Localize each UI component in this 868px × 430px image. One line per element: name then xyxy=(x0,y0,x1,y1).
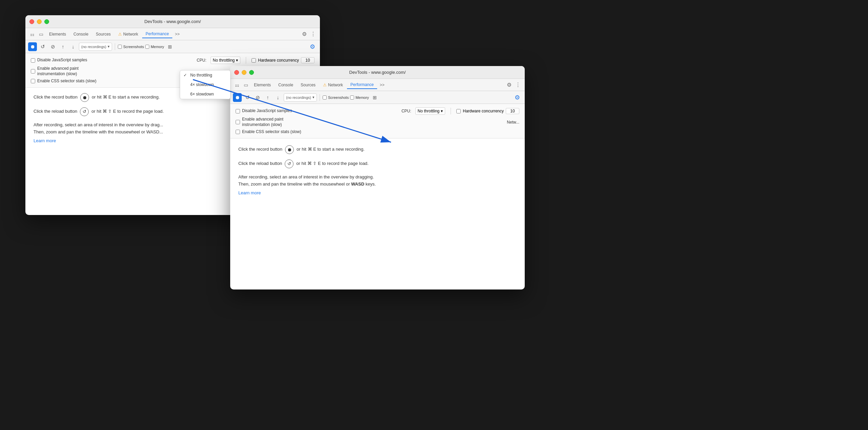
memory-label-back: Memory xyxy=(151,45,164,49)
tab-network-back[interactable]: ⚠ Network xyxy=(115,30,142,38)
cpu-dropdown-trigger-front[interactable]: No throttling ▾ xyxy=(415,107,446,115)
cpu-label-front: CPU: xyxy=(402,109,411,113)
clear-button-front[interactable]: ⊘ xyxy=(253,93,262,102)
reload-inline-btn-back: ↺ xyxy=(80,107,89,116)
disable-js-checkbox-front[interactable] xyxy=(236,109,240,113)
css-selector-checkbox-back[interactable] xyxy=(31,79,35,83)
more-options-icon-front[interactable]: ⋮ xyxy=(514,81,522,89)
maximize-button-back[interactable] xyxy=(44,19,49,24)
screenshots-label-front: Screenshots xyxy=(328,95,349,100)
settings-icon-back[interactable]: ⚙ xyxy=(300,30,308,38)
tab-performance-back[interactable]: Performance xyxy=(142,30,172,38)
advanced-paint-checkbox-back[interactable] xyxy=(31,69,35,73)
css-selector-label-front: Enable CSS selector stats (slow) xyxy=(242,129,301,135)
maximize-button-front[interactable] xyxy=(249,70,254,75)
cpu-option-no-throttling-back[interactable]: No throttling xyxy=(180,70,230,80)
toolbar-sep1-back xyxy=(115,43,115,50)
hardware-check-back[interactable]: Hardware concurrency xyxy=(252,57,314,63)
tab-console-front[interactable]: Console xyxy=(275,81,297,89)
title-bar-back: DevTools - www.google.com/ xyxy=(25,15,320,28)
inspector-icon-front[interactable]: ⚏ xyxy=(233,81,241,89)
upload-button-front[interactable]: ↑ xyxy=(263,93,272,102)
screenshots-checkbox-front[interactable] xyxy=(323,95,327,100)
settings-row3-front: Enable CSS selector stats (slow) xyxy=(236,129,519,135)
record-button-front[interactable]: ⏺ xyxy=(233,93,242,102)
memory-checkbox-front[interactable] xyxy=(350,95,354,100)
css-selector-check-front[interactable]: Enable CSS selector stats (slow) xyxy=(236,129,519,135)
cpu-value-back: No throttling xyxy=(213,58,235,63)
disable-js-check-front[interactable]: Disable JavaScript samples xyxy=(236,108,397,114)
tab-more-front[interactable]: >> xyxy=(378,81,387,89)
hardware-input-back[interactable] xyxy=(301,57,314,63)
hardware-check-front[interactable]: Hardware concurrency xyxy=(456,108,519,114)
settings-icon-front[interactable]: ⚙ xyxy=(505,81,513,89)
more-options-icon-back[interactable]: ⋮ xyxy=(309,30,317,38)
device-icon-front[interactable]: ▭ xyxy=(242,81,250,89)
hardware-input-front[interactable] xyxy=(506,108,519,114)
network-label-front: Netw... xyxy=(507,120,519,125)
memory-checkbox-back[interactable] xyxy=(145,45,149,49)
download-button-front[interactable]: ↓ xyxy=(274,93,282,102)
disable-js-check-back[interactable]: Disable JavaScript samples xyxy=(31,58,193,63)
download-button-back[interactable]: ↓ xyxy=(69,42,78,51)
recordings-dropdown-back[interactable]: (no recordings) ▾ xyxy=(79,43,112,51)
cpu-arrow-back: ▾ xyxy=(236,58,238,63)
reload-record-button-back[interactable]: ↺ xyxy=(38,42,47,51)
advanced-paint-check-front[interactable]: Enable advanced paintinstrumentation (sl… xyxy=(236,117,500,127)
toolbar-sep1-front xyxy=(320,94,320,101)
tab-console-back[interactable]: Console xyxy=(70,30,92,38)
advanced-paint-label-front: Enable advanced paintinstrumentation (sl… xyxy=(242,117,283,127)
inspector-icon[interactable]: ⚏ xyxy=(28,30,36,38)
tab-network-front[interactable]: ⚠ Network xyxy=(320,81,346,89)
upload-button-back[interactable]: ↑ xyxy=(59,42,67,51)
reload-text-back: Click the reload button xyxy=(34,108,77,115)
tab-elements-front[interactable]: Elements xyxy=(251,81,274,89)
reload-record-button-front[interactable]: ↺ xyxy=(243,93,252,102)
dropdown-arrow-back: ▾ xyxy=(108,44,110,49)
close-button-front[interactable] xyxy=(234,70,239,75)
hardware-checkbox-front[interactable] xyxy=(456,109,461,113)
warning-icon-front: ⚠ xyxy=(323,83,327,87)
css-selector-label-back: Enable CSS selector stats (slow) xyxy=(37,79,96,84)
performance-settings-icon-back[interactable]: ⚙ xyxy=(308,42,317,51)
title-bar-front: DevTools - www.google.com/ xyxy=(230,66,525,79)
tab-sources-back[interactable]: Sources xyxy=(92,30,114,38)
settings-row1-front: Disable JavaScript samples CPU: No throt… xyxy=(236,107,519,115)
recordings-dropdown-front[interactable]: (no recordings) ▾ xyxy=(284,93,317,102)
dropdown-arrow-front: ▾ xyxy=(312,95,314,100)
toolbar-front: ⏺ ↺ ⊘ ↑ ↓ (no recordings) ▾ Screenshots … xyxy=(230,91,525,104)
cpu-option-4x-back[interactable]: 4× slowdown xyxy=(180,80,230,89)
hardware-label-back: Hardware concurrency xyxy=(258,58,299,63)
main-content-front: Click the record button ⏺ or hit ⌘ E to … xyxy=(230,138,525,202)
css-selector-checkbox-front[interactable] xyxy=(236,130,240,134)
hardware-checkbox-back[interactable] xyxy=(252,58,256,63)
screenshots-checkbox-back[interactable] xyxy=(118,45,122,49)
tab-performance-front[interactable]: Performance xyxy=(347,81,377,89)
tab-more-back[interactable]: >> xyxy=(173,30,182,38)
memory-check-front[interactable]: Memory xyxy=(350,95,369,100)
clear-button-back[interactable]: ⊘ xyxy=(48,42,57,51)
tab-sources-front[interactable]: Sources xyxy=(297,81,319,89)
minimize-button-back[interactable] xyxy=(37,19,42,24)
settings-row1-back: Disable JavaScript samples CPU: No throt… xyxy=(31,57,314,64)
record-text-front: Click the record button xyxy=(238,146,282,153)
reload-suffix-back: or hit ⌘ ⇧ E to record the page load. xyxy=(91,108,164,115)
screenshots-check-back[interactable]: Screenshots xyxy=(118,45,144,49)
settings-row2-front: Enable advanced paintinstrumentation (sl… xyxy=(236,117,519,127)
advanced-paint-checkbox-front[interactable] xyxy=(236,120,240,124)
minimize-button-front[interactable] xyxy=(242,70,246,75)
learn-more-front[interactable]: Learn more xyxy=(238,190,517,195)
record-row-front: Click the record button ⏺ or hit ⌘ E to … xyxy=(238,145,517,154)
record-button-back[interactable]: ⏺ xyxy=(28,42,37,51)
reload-suffix-front: or hit ⌘ ⇧ E to record the page load. xyxy=(296,160,368,167)
screenshots-check-front[interactable]: Screenshots xyxy=(323,95,349,100)
tab-elements-back[interactable]: Elements xyxy=(46,30,69,38)
disable-js-checkbox-back[interactable] xyxy=(31,58,35,63)
performance-settings-icon-front[interactable]: ⚙ xyxy=(513,93,522,102)
device-icon[interactable]: ▭ xyxy=(37,30,45,38)
window-title-front: DevTools - www.google.com/ xyxy=(349,70,406,75)
memory-check-back[interactable]: Memory xyxy=(145,45,164,49)
cpu-dropdown-trigger-back[interactable]: No throttling ▾ xyxy=(211,57,241,64)
cpu-option-6x-back[interactable]: 6× slowdown xyxy=(180,89,230,99)
close-button-back[interactable] xyxy=(29,19,34,24)
